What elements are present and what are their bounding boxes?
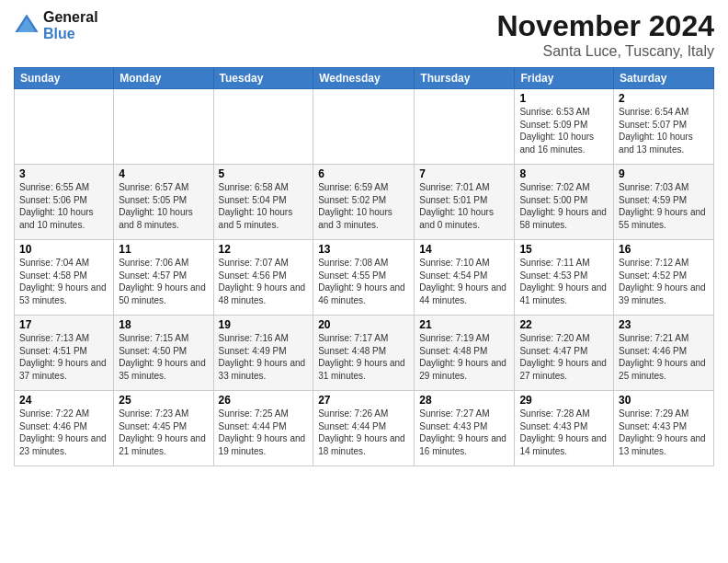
day-info: Sunrise: 7:06 AM Sunset: 4:57 PM Dayligh…	[119, 257, 208, 306]
day-number: 30	[619, 394, 709, 407]
calendar-cell	[213, 89, 313, 165]
calendar-cell: 8Sunrise: 7:02 AM Sunset: 5:00 PM Daylig…	[515, 165, 614, 240]
calendar-cell: 30Sunrise: 7:29 AM Sunset: 4:43 PM Dayli…	[614, 391, 714, 466]
day-number: 20	[318, 318, 409, 331]
calendar-cell: 14Sunrise: 7:10 AM Sunset: 4:54 PM Dayli…	[415, 240, 515, 316]
day-info: Sunrise: 7:03 AM Sunset: 4:59 PM Dayligh…	[619, 181, 709, 231]
day-number: 11	[119, 243, 208, 256]
calendar-cell: 15Sunrise: 7:11 AM Sunset: 4:53 PM Dayli…	[515, 240, 614, 316]
day-number: 21	[419, 318, 509, 331]
day-number: 3	[19, 167, 108, 180]
calendar-cell: 12Sunrise: 7:07 AM Sunset: 4:56 PM Dayli…	[213, 240, 313, 316]
day-info: Sunrise: 6:55 AM Sunset: 5:06 PM Dayligh…	[19, 181, 108, 231]
calendar-cell: 24Sunrise: 7:22 AM Sunset: 4:46 PM Dayli…	[15, 391, 114, 466]
title-block: November 2024 Santa Luce, Tuscany, Italy	[496, 9, 714, 60]
day-number: 22	[519, 318, 609, 331]
day-number: 25	[119, 394, 208, 407]
day-number: 5	[219, 167, 309, 180]
day-info: Sunrise: 7:28 AM Sunset: 4:43 PM Dayligh…	[519, 408, 609, 457]
calendar-cell	[15, 89, 114, 165]
calendar-cell: 9Sunrise: 7:03 AM Sunset: 4:59 PM Daylig…	[614, 165, 714, 240]
calendar-cell: 28Sunrise: 7:27 AM Sunset: 4:43 PM Dayli…	[415, 391, 515, 466]
month-title: November 2024	[496, 9, 714, 43]
col-wednesday: Wednesday	[313, 68, 415, 89]
day-number: 23	[619, 318, 709, 331]
calendar-cell: 21Sunrise: 7:19 AM Sunset: 4:48 PM Dayli…	[415, 316, 515, 391]
logo-text: General Blue	[43, 9, 98, 42]
calendar-cell: 29Sunrise: 7:28 AM Sunset: 4:43 PM Dayli…	[515, 391, 614, 466]
calendar-cell: 5Sunrise: 6:58 AM Sunset: 5:04 PM Daylig…	[213, 165, 313, 240]
day-info: Sunrise: 7:10 AM Sunset: 4:54 PM Dayligh…	[419, 257, 509, 306]
day-number: 28	[419, 394, 509, 407]
day-info: Sunrise: 6:58 AM Sunset: 5:04 PM Dayligh…	[219, 181, 309, 231]
day-number: 24	[19, 394, 108, 407]
calendar-cell	[415, 89, 515, 165]
day-info: Sunrise: 7:16 AM Sunset: 4:49 PM Dayligh…	[219, 332, 309, 382]
day-info: Sunrise: 7:04 AM Sunset: 4:58 PM Dayligh…	[19, 257, 108, 306]
week-row-3: 10Sunrise: 7:04 AM Sunset: 4:58 PM Dayli…	[15, 240, 714, 316]
calendar-cell: 13Sunrise: 7:08 AM Sunset: 4:55 PM Dayli…	[313, 240, 415, 316]
day-number: 18	[119, 318, 208, 331]
day-info: Sunrise: 7:22 AM Sunset: 4:46 PM Dayligh…	[19, 408, 108, 457]
day-info: Sunrise: 7:07 AM Sunset: 4:56 PM Dayligh…	[219, 257, 309, 306]
day-info: Sunrise: 7:26 AM Sunset: 4:44 PM Dayligh…	[318, 408, 409, 457]
calendar-cell: 25Sunrise: 7:23 AM Sunset: 4:45 PM Dayli…	[114, 391, 213, 466]
day-info: Sunrise: 6:54 AM Sunset: 5:07 PM Dayligh…	[619, 106, 709, 155]
day-number: 6	[318, 167, 409, 180]
day-number: 7	[419, 167, 509, 180]
week-row-5: 24Sunrise: 7:22 AM Sunset: 4:46 PM Dayli…	[15, 391, 714, 466]
day-number: 9	[619, 167, 709, 180]
calendar-cell	[114, 89, 213, 165]
logo: General Blue	[14, 9, 98, 42]
day-number: 1	[519, 92, 609, 105]
week-row-4: 17Sunrise: 7:13 AM Sunset: 4:51 PM Dayli…	[15, 316, 714, 391]
day-info: Sunrise: 6:57 AM Sunset: 5:05 PM Dayligh…	[119, 181, 208, 231]
calendar-cell: 26Sunrise: 7:25 AM Sunset: 4:44 PM Dayli…	[213, 391, 313, 466]
day-info: Sunrise: 6:59 AM Sunset: 5:02 PM Dayligh…	[318, 181, 409, 231]
page: General Blue November 2024 Santa Luce, T…	[0, 0, 728, 563]
day-number: 16	[619, 243, 709, 256]
day-info: Sunrise: 7:11 AM Sunset: 4:53 PM Dayligh…	[519, 257, 609, 306]
col-tuesday: Tuesday	[213, 68, 313, 89]
day-number: 15	[519, 243, 609, 256]
calendar-cell: 7Sunrise: 7:01 AM Sunset: 5:01 PM Daylig…	[415, 165, 515, 240]
logo-icon	[14, 13, 40, 39]
day-info: Sunrise: 7:19 AM Sunset: 4:48 PM Dayligh…	[419, 332, 509, 382]
day-number: 12	[219, 243, 309, 256]
day-info: Sunrise: 7:15 AM Sunset: 4:50 PM Dayligh…	[119, 332, 208, 382]
day-info: Sunrise: 7:12 AM Sunset: 4:52 PM Dayligh…	[619, 257, 709, 306]
location: Santa Luce, Tuscany, Italy	[496, 43, 714, 60]
calendar-cell: 17Sunrise: 7:13 AM Sunset: 4:51 PM Dayli…	[15, 316, 114, 391]
day-number: 4	[119, 167, 208, 180]
day-info: Sunrise: 7:01 AM Sunset: 5:01 PM Dayligh…	[419, 181, 509, 231]
day-info: Sunrise: 6:53 AM Sunset: 5:09 PM Dayligh…	[519, 106, 609, 155]
calendar-cell: 11Sunrise: 7:06 AM Sunset: 4:57 PM Dayli…	[114, 240, 213, 316]
day-number: 26	[219, 394, 309, 407]
day-number: 14	[419, 243, 509, 256]
day-info: Sunrise: 7:23 AM Sunset: 4:45 PM Dayligh…	[119, 408, 208, 457]
day-number: 27	[318, 394, 409, 407]
calendar-cell: 1Sunrise: 6:53 AM Sunset: 5:09 PM Daylig…	[515, 89, 614, 165]
day-info: Sunrise: 7:27 AM Sunset: 4:43 PM Dayligh…	[419, 408, 509, 457]
calendar-cell: 27Sunrise: 7:26 AM Sunset: 4:44 PM Dayli…	[313, 391, 415, 466]
calendar-cell: 3Sunrise: 6:55 AM Sunset: 5:06 PM Daylig…	[15, 165, 114, 240]
col-friday: Friday	[515, 68, 614, 89]
day-number: 17	[19, 318, 108, 331]
day-info: Sunrise: 7:02 AM Sunset: 5:00 PM Dayligh…	[519, 181, 609, 231]
day-info: Sunrise: 7:08 AM Sunset: 4:55 PM Dayligh…	[318, 257, 409, 306]
calendar-cell: 2Sunrise: 6:54 AM Sunset: 5:07 PM Daylig…	[614, 89, 714, 165]
calendar-cell: 6Sunrise: 6:59 AM Sunset: 5:02 PM Daylig…	[313, 165, 415, 240]
week-row-1: 1Sunrise: 6:53 AM Sunset: 5:09 PM Daylig…	[15, 89, 714, 165]
col-monday: Monday	[114, 68, 213, 89]
day-number: 19	[219, 318, 309, 331]
day-info: Sunrise: 7:25 AM Sunset: 4:44 PM Dayligh…	[219, 408, 309, 457]
calendar-cell	[313, 89, 415, 165]
day-number: 13	[318, 243, 409, 256]
header: General Blue November 2024 Santa Luce, T…	[14, 9, 714, 60]
day-number: 29	[519, 394, 609, 407]
week-row-2: 3Sunrise: 6:55 AM Sunset: 5:06 PM Daylig…	[15, 165, 714, 240]
calendar-cell: 22Sunrise: 7:20 AM Sunset: 4:47 PM Dayli…	[515, 316, 614, 391]
col-thursday: Thursday	[415, 68, 515, 89]
day-info: Sunrise: 7:21 AM Sunset: 4:46 PM Dayligh…	[619, 332, 709, 382]
col-saturday: Saturday	[614, 68, 714, 89]
